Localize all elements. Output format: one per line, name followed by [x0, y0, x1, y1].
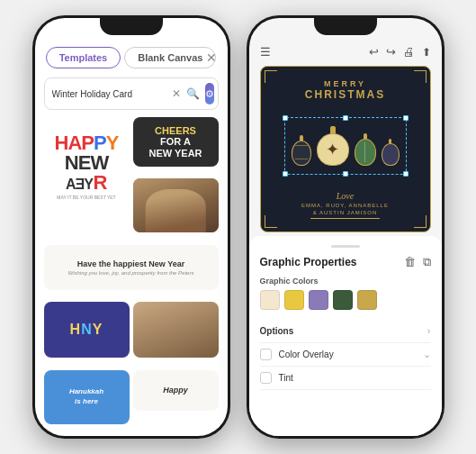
search-icon[interactable]: 🔍	[186, 87, 200, 100]
swatch-2[interactable]	[284, 290, 304, 310]
card-signature: Love EMMA, RUDY, ANNABELLE & AUSTIN JAMI…	[301, 191, 389, 220]
template-grid: HAPPY NEW YEAR MAY IT BE YOUR BEST YET C…	[35, 114, 228, 436]
names-line2: & AUSTIN JAMISON	[301, 210, 389, 215]
ornaments: ✦	[292, 126, 400, 166]
ornament-right	[355, 133, 376, 166]
options-label: Options	[260, 326, 294, 336]
properties-panel: Graphic Properties 🗑 ⧉ Graphic Colors Op…	[249, 236, 442, 436]
merry-text: MERRY	[305, 79, 385, 88]
search-bar: ✕ 🔍 ⚙	[44, 77, 219, 110]
templates-tab[interactable]: Templates	[46, 47, 121, 68]
gold-divider	[310, 218, 381, 220]
card-text: HNY	[70, 322, 103, 338]
redo-icon[interactable]: ↪	[386, 45, 396, 59]
blank-canvas-tab[interactable]: Blank Canvas	[124, 47, 216, 68]
handle-tl[interactable]	[283, 115, 288, 121]
card-text: Hanukkahis here	[69, 387, 103, 406]
tint-row: Tint	[260, 367, 431, 390]
delete-icon[interactable]: 🗑	[404, 255, 416, 269]
drag-handle[interactable]	[331, 245, 360, 248]
colors-section-label: Graphic Colors	[260, 277, 431, 286]
panel-action-icons: 🗑 ⧉	[404, 255, 431, 269]
swatch-1[interactable]	[260, 290, 280, 310]
close-button[interactable]: ✕	[206, 50, 217, 65]
star-icon: ✦	[326, 140, 339, 159]
notch-right	[314, 15, 377, 35]
print-icon[interactable]: 🖨	[403, 45, 415, 59]
list-item[interactable]	[133, 178, 219, 232]
card-subtext: MAY IT BE YOUR BEST YET	[57, 195, 115, 200]
names-line1: EMMA, RUDY, ANNABELLE	[301, 203, 389, 208]
card-text: HAPPY NEW YEAR	[55, 133, 119, 193]
card-text: CHEERSFOR ANEW YEAR	[148, 125, 202, 158]
card-title: MERRY CHRISTMAS	[305, 79, 385, 101]
christmas-text: CHRISTMAS	[305, 88, 385, 101]
list-item[interactable]: HAPPY NEW YEAR MAY IT BE YOUR BEST YET	[44, 117, 130, 216]
person-silhouette	[146, 189, 206, 232]
undo-icon[interactable]: ↩	[369, 45, 379, 59]
list-item[interactable]: CHEERSFOR ANEW YEAR	[133, 117, 219, 167]
clear-search-icon[interactable]: ✕	[172, 87, 181, 100]
handle-bc[interactable]	[343, 171, 348, 177]
list-item[interactable]: HNY	[44, 302, 130, 358]
color-swatches	[260, 290, 431, 310]
notch-left	[100, 15, 163, 35]
tab-bar: Templates Blank Canvas ✕	[35, 41, 228, 74]
search-input[interactable]	[52, 89, 166, 99]
top-nav: ☰ ↩ ↪ 🖨 ⬆	[249, 41, 442, 62]
share-icon[interactable]: ⬆	[422, 46, 431, 59]
tint-label: Tint	[279, 373, 293, 383]
color-overlay-row: Color Overlay ⌄	[260, 343, 431, 367]
card-preview: MERRY CHRISTMAS	[260, 66, 431, 232]
tint-checkbox[interactable]	[260, 372, 272, 384]
list-item[interactable]: Happy	[133, 370, 219, 411]
menu-icon[interactable]: ☰	[260, 45, 271, 59]
list-item[interactable]: Have the happiest New Year Wishing you l…	[44, 245, 219, 290]
right-nav-icons: ↩ ↪ 🖨 ⬆	[369, 45, 431, 59]
handle-bl[interactable]	[283, 171, 288, 177]
right-phone: ☰ ↩ ↪ 🖨 ⬆ MERRY CHRISTMAS	[247, 15, 445, 439]
options-row[interactable]: Options ›	[260, 319, 431, 343]
love-text: Love	[301, 191, 389, 201]
list-item[interactable]: Hanukkahis here	[44, 370, 130, 424]
ornaments-container[interactable]: ✦	[292, 123, 400, 169]
left-nav-icons: ☰	[260, 45, 271, 59]
color-overlay-label: Color Overlay	[279, 350, 334, 359]
duplicate-icon[interactable]: ⧉	[423, 255, 431, 269]
options-chevron-icon: ›	[427, 325, 431, 336]
handle-br[interactable]	[403, 171, 409, 177]
color-overlay-checkbox[interactable]	[260, 349, 272, 360]
left-phone: Templates Blank Canvas ✕ ✕ 🔍 ⚙ HAPPY	[32, 15, 230, 439]
list-item[interactable]	[133, 302, 219, 358]
card-subtext: Wishing you love, joy, and prosperity fr…	[68, 270, 194, 276]
filter-button[interactable]: ⚙	[205, 83, 214, 104]
handle-tr[interactable]	[403, 115, 409, 121]
color-overlay-chevron-icon[interactable]: ⌄	[423, 349, 431, 360]
card-text: Have the happiest New Year	[77, 259, 184, 268]
ornament-left	[292, 135, 311, 166]
panel-header: Graphic Properties 🗑 ⧉	[260, 255, 431, 269]
swatch-5[interactable]	[357, 290, 377, 310]
swatch-4[interactable]	[333, 290, 353, 310]
ornament-center: ✦	[317, 126, 349, 166]
panel-title: Graphic Properties	[260, 256, 357, 268]
handle-tc[interactable]	[343, 115, 348, 121]
swatch-3[interactable]	[309, 290, 328, 310]
ornament-right2	[382, 139, 400, 166]
filter-icon: ⚙	[205, 88, 214, 100]
card-text: Happy	[163, 386, 188, 395]
